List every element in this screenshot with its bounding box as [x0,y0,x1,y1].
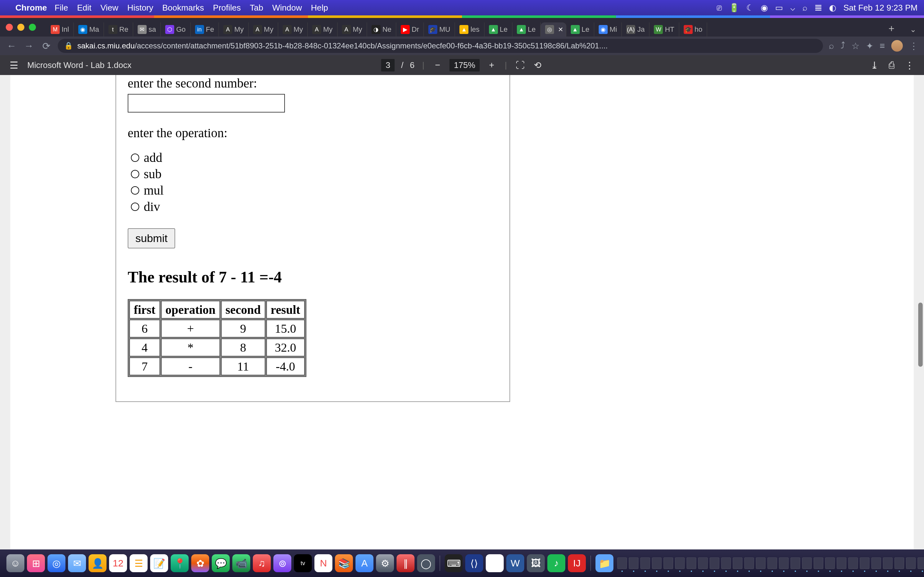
page-number-input[interactable]: 3 [381,59,395,71]
minimized-window[interactable] [629,558,638,569]
minimized-window[interactable] [779,558,788,569]
browser-tab[interactable]: 🎓MU [424,23,455,37]
menu-help[interactable]: Help [311,3,328,13]
window-zoom-button[interactable] [29,24,36,31]
pdf-sidebar-toggle[interactable]: ☰ [10,60,18,71]
tab-list-dropdown[interactable]: ⌄ [902,25,924,34]
minimized-window[interactable] [918,558,924,569]
eclipse-icon[interactable]: ◯ [417,554,435,572]
minimized-window[interactable] [860,558,869,569]
browser-tab[interactable]: WHT [649,23,679,37]
menu-profiles[interactable]: Profiles [213,3,241,13]
browser-tab[interactable]: ▲Le [512,23,540,37]
browser-tab[interactable]: inFe [191,23,219,37]
siri-icon[interactable]: ◐ [829,3,837,13]
minimized-window[interactable] [675,558,685,569]
rotate-icon[interactable]: ⟲ [532,60,543,71]
minimized-window[interactable] [848,558,858,569]
zoom-out-button[interactable]: − [432,60,443,70]
messages-icon[interactable]: 💬 [212,554,230,572]
forward-button[interactable]: → [23,40,35,51]
minimized-window[interactable] [883,558,893,569]
minimized-window[interactable] [767,558,777,569]
minimized-window[interactable] [814,558,823,569]
terminal-icon[interactable]: ⌨ [445,554,463,572]
browser-tab[interactable]: ▲les [455,23,484,37]
menubar-datetime[interactable]: Sat Feb 12 9:23 PM [843,3,918,13]
menu-file[interactable]: File [55,3,68,13]
minimized-window[interactable] [687,558,696,569]
appstore-icon[interactable]: A [355,554,373,572]
minimized-window[interactable] [906,558,916,569]
screen-mirror-icon[interactable]: ◉ [761,3,768,13]
browser-tab[interactable]: AMy [338,23,367,37]
share-icon[interactable]: ⤴ [841,41,845,51]
browser-tab[interactable]: AMy [308,23,337,37]
spotlight-icon[interactable]: ⌕ [803,3,808,13]
wifi-icon[interactable]: ⌵ [790,3,795,13]
zoom-in-button[interactable]: + [486,60,497,70]
downloads-folder-icon[interactable]: 📁 [596,554,614,572]
control-center-icon[interactable]: 𝌆 [814,3,822,13]
new-tab-button[interactable]: + [881,23,902,35]
podcasts-icon[interactable]: ⊚ [273,554,291,572]
browser-tab[interactable]: AMy [219,23,248,37]
browser-tab[interactable]: MInl [46,23,74,37]
spotify-icon[interactable]: ♪ [548,554,565,572]
appletv-icon[interactable]: tv [294,554,312,572]
browser-tab[interactable]: 🎓ho [679,23,707,37]
menu-history[interactable]: History [128,3,153,13]
word-icon[interactable]: W [506,554,524,572]
battery-icon[interactable]: 🔋 [729,3,739,13]
music-icon[interactable]: ♫ [253,554,271,572]
mail-icon[interactable]: ✉ [68,554,86,572]
site-lock-icon[interactable]: 🔒 [64,42,73,50]
browser-tab[interactable]: ▶Dr [396,23,424,37]
chrome-icon[interactable]: ◉ [486,554,504,572]
reminders-icon[interactable]: ☰ [129,554,148,572]
zoom-level[interactable]: 175% [449,59,480,71]
minimized-window[interactable] [756,558,766,569]
minimized-window[interactable] [825,558,835,569]
browser-tab[interactable]: tRe [104,23,133,37]
reload-button[interactable]: ⟳ [40,40,52,52]
maps-icon[interactable]: 📍 [171,554,189,572]
parallels-icon[interactable]: ∥ [397,554,415,572]
extensions-icon[interactable]: ✦ [866,41,873,51]
menu-bookmarks[interactable]: Bookmarks [162,3,204,13]
display-icon[interactable]: ▭ [775,3,783,13]
browser-tab[interactable]: (A)Ja [622,23,649,37]
scrollbar[interactable] [918,75,923,550]
menu-view[interactable]: View [100,3,118,13]
active-app-name[interactable]: Chrome [15,3,47,13]
books-icon[interactable]: 📚 [335,554,353,572]
contacts-icon[interactable]: 👤 [89,554,107,572]
pdf-more-icon[interactable]: ⋮ [905,60,914,71]
print-icon[interactable]: ⎙ [889,60,895,71]
browser-tab[interactable]: ◎✕ [541,23,566,37]
scrollbar-thumb[interactable] [918,303,923,367]
chrome-menu-icon[interactable]: ⋮ [909,41,918,51]
finder-icon[interactable]: ☺ [6,554,24,572]
menu-edit[interactable]: Edit [77,3,91,13]
minimized-window[interactable] [871,558,881,569]
menu-tab[interactable]: Tab [250,3,263,13]
fit-page-icon[interactable]: ⛶ [515,60,525,71]
screen-share-icon[interactable]: ⎚ [717,3,722,13]
photos-icon[interactable]: ✿ [191,554,209,572]
do-not-disturb-icon[interactable]: ☾ [746,3,754,13]
menu-window[interactable]: Window [272,3,302,13]
minimized-window[interactable] [802,558,812,569]
profile-avatar[interactable] [891,40,903,52]
browser-tab[interactable]: ◉Ma [74,23,104,37]
tab-close-icon[interactable]: ✕ [558,26,564,33]
browser-tab[interactable]: ◉Mi [594,23,622,37]
window-close-button[interactable] [6,24,13,31]
minimized-window[interactable] [640,558,650,569]
address-bar[interactable]: 🔒 sakai.cs.miu.edu/access/content/attach… [58,39,823,53]
minimized-window[interactable] [790,558,800,569]
preview-icon[interactable]: 🖼 [527,554,545,572]
minimized-window[interactable] [744,558,754,569]
calendar-icon[interactable]: 12 [109,554,127,572]
safari-icon[interactable]: ◎ [47,554,65,572]
